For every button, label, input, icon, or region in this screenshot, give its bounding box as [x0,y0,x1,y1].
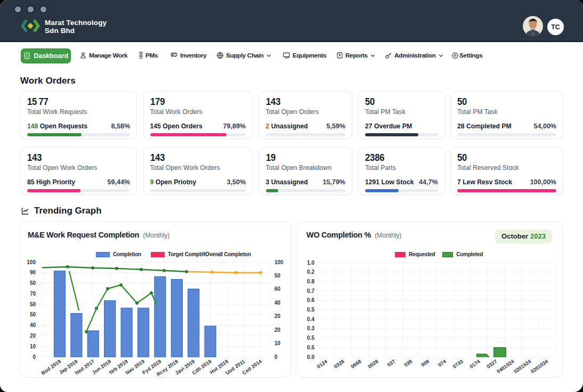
svg-text:70: 70 [30,291,36,297]
svg-text:50: 50 [30,280,36,286]
svg-text:0174: 0174 [468,358,481,370]
svg-text:100: 100 [27,259,36,265]
svg-text:60: 60 [274,286,281,292]
svg-text:0733: 0733 [451,358,464,370]
svg-text:0668: 0668 [350,358,362,370]
svg-text:20: 20 [30,333,36,339]
svg-text:0.0: 0.0 [307,354,314,360]
svg-text:0: 0 [33,354,36,360]
svg-text:10: 10 [274,340,281,346]
svg-text:1.0: 1.0 [307,260,314,266]
svg-text:039: 039 [403,358,413,368]
svg-text:90: 90 [30,270,36,275]
svg-text:0.6: 0.6 [307,297,314,303]
svg-text:0328: 0328 [333,358,345,370]
svg-text:10: 10 [30,344,36,349]
svg-text:074: 074 [437,358,448,368]
svg-text:0.5: 0.5 [307,345,314,350]
svg-text:0327: 0327 [485,358,498,370]
svg-text:0: 0 [274,354,278,360]
svg-text:0.7: 0.7 [307,288,314,294]
svg-text:0.5: 0.5 [307,307,314,313]
svg-text:0028: 0028 [367,358,379,370]
svg-text:0.5: 0.5 [307,335,314,341]
svg-text:0401024: 0401024 [496,358,515,374]
svg-text:40: 40 [30,322,36,328]
svg-text:40: 40 [274,300,281,306]
svg-text:Ced 2014: Ced 2014 [241,358,263,375]
svg-text:20: 20 [274,327,281,333]
svg-text:20: 20 [274,313,281,319]
svg-text:Bod 2019: Bod 2019 [40,358,62,376]
svg-text:009: 009 [420,358,430,368]
svg-text:0201524: 0201524 [513,358,532,374]
svg-text:100: 100 [274,259,284,265]
svg-text:0.8: 0.8 [307,279,314,284]
svg-text:0.4: 0.4 [307,316,314,322]
svg-text:0.2: 0.2 [307,269,314,275]
svg-text:50: 50 [30,312,36,317]
svg-text:0.3: 0.3 [307,325,314,331]
svg-text:0124: 0124 [315,358,328,370]
svg-text:50: 50 [274,273,281,279]
svg-text:037: 037 [386,358,396,368]
svg-text:0201024: 0201024 [530,358,549,374]
svg-text:50: 50 [30,301,36,307]
svg-text:Jon 2019: Jon 2019 [91,358,112,375]
